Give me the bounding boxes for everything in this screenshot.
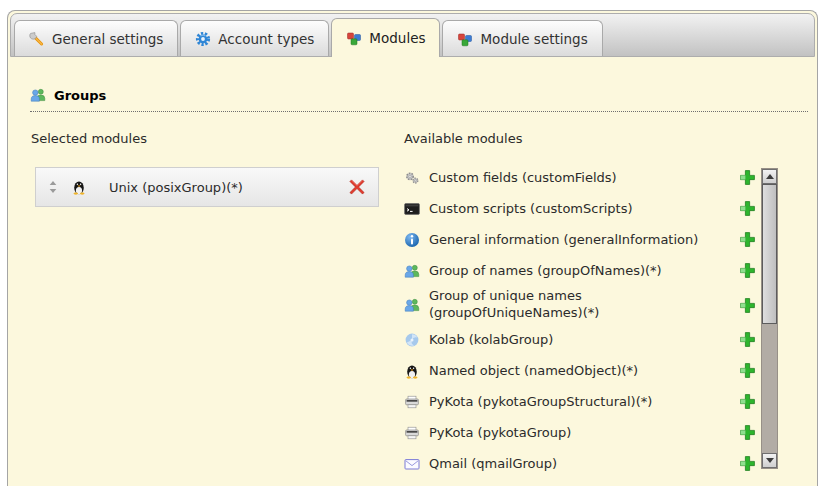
available-module-label: Custom scripts (customScripts)	[429, 201, 633, 216]
arrow-up-icon	[766, 174, 774, 179]
tab-module-settings[interactable]: Module settings	[442, 20, 602, 56]
arrow-down-icon	[766, 458, 774, 463]
add-plus-icon[interactable]	[739, 297, 756, 314]
available-module-label: Qmail (qmailGroup)	[429, 456, 557, 471]
available-module-row: PyKota (pykotaGroup)	[404, 417, 756, 448]
tab-general-settings[interactable]: General settings	[14, 20, 178, 56]
drag-handle-icon[interactable]	[48, 180, 58, 194]
available-module-row: Custom fields (customFields)	[404, 162, 756, 193]
tab-label: General settings	[52, 31, 163, 47]
add-plus-icon[interactable]	[739, 455, 756, 472]
available-module-label: Kolab (kolabGroup)	[429, 332, 553, 347]
selected-modules-list: Unix (posixGroup)(*)	[35, 167, 379, 207]
add-plus-icon[interactable]	[739, 393, 756, 410]
available-module-label: Custom fields (customFields)	[429, 170, 617, 185]
selected-module-label: Unix (posixGroup)(*)	[109, 180, 243, 195]
available-module-label: PyKota (pykotaGroup)	[429, 425, 571, 440]
tab-modules[interactable]: Modules	[331, 18, 440, 57]
available-module-row: Named object (namedObject)(*)	[404, 355, 756, 386]
available-module-label: Group of unique names (groupOfUniqueName…	[429, 288, 644, 322]
tab-bar: General settings Account types Modules M…	[10, 13, 815, 57]
tab-label: Module settings	[480, 31, 587, 47]
kolab-icon	[404, 332, 420, 348]
envelope-icon	[404, 456, 420, 472]
groups-icon	[30, 87, 46, 103]
available-module-row: Kolab (kolabGroup)	[404, 324, 756, 355]
available-module-row: Group of names (groupOfNames)(*)	[404, 255, 756, 286]
lam-configuration-page: General settings Account types Modules M…	[0, 0, 827, 486]
available-module-row: Custom scripts (customScripts)	[404, 193, 756, 224]
tab-label: Modules	[369, 30, 425, 46]
modules-blocks-icon	[346, 30, 362, 46]
available-module-row: Qmail (qmailGroup)	[404, 448, 756, 479]
terminal-icon	[404, 201, 420, 217]
modules-blocks-icon	[457, 31, 473, 47]
gears-icon	[404, 170, 420, 186]
tux-icon	[404, 363, 420, 379]
account-gear-icon	[195, 31, 211, 47]
tab-account-types[interactable]: Account types	[180, 20, 329, 56]
scroll-up-button[interactable]	[762, 169, 777, 184]
available-modules-scrollbar[interactable]	[761, 168, 778, 469]
delete-x-icon[interactable]	[348, 178, 366, 196]
scroll-down-button[interactable]	[762, 453, 777, 468]
settings-panel: General settings Account types Modules M…	[7, 10, 818, 486]
groups-icon	[404, 263, 420, 279]
available-modules-list: Custom fields (customFields) Custom scri…	[404, 162, 756, 479]
groups-icon	[404, 297, 420, 313]
available-modules-heading: Available modules	[404, 131, 522, 146]
tux-icon	[71, 179, 87, 195]
add-plus-icon[interactable]	[739, 331, 756, 348]
add-plus-icon[interactable]	[739, 262, 756, 279]
add-plus-icon[interactable]	[739, 362, 756, 379]
add-plus-icon[interactable]	[739, 231, 756, 248]
section-header-groups: Groups	[30, 87, 808, 112]
add-plus-icon[interactable]	[739, 200, 756, 217]
tab-label: Account types	[218, 31, 314, 47]
scrollbar-thumb[interactable]	[762, 184, 777, 324]
wrench-icon	[29, 31, 45, 47]
add-plus-icon[interactable]	[739, 169, 756, 186]
printer-icon	[404, 425, 420, 441]
add-plus-icon[interactable]	[739, 424, 756, 441]
available-module-row: PyKota (pykotaGroupStructural)(*)	[404, 386, 756, 417]
available-module-label: Named object (namedObject)(*)	[429, 363, 638, 378]
available-module-label: General information (generalInformation)	[429, 232, 698, 247]
info-icon	[404, 232, 420, 248]
available-module-row: General information (generalInformation)	[404, 224, 756, 255]
available-module-label: Group of names (groupOfNames)(*)	[429, 263, 662, 278]
selected-module-row[interactable]: Unix (posixGroup)(*)	[35, 167, 379, 207]
section-title: Groups	[54, 88, 106, 103]
selected-modules-heading: Selected modules	[31, 131, 147, 146]
printer-icon	[404, 394, 420, 410]
available-module-label: PyKota (pykotaGroupStructural)(*)	[429, 394, 652, 409]
available-module-row: Group of unique names (groupOfUniqueName…	[404, 286, 756, 324]
